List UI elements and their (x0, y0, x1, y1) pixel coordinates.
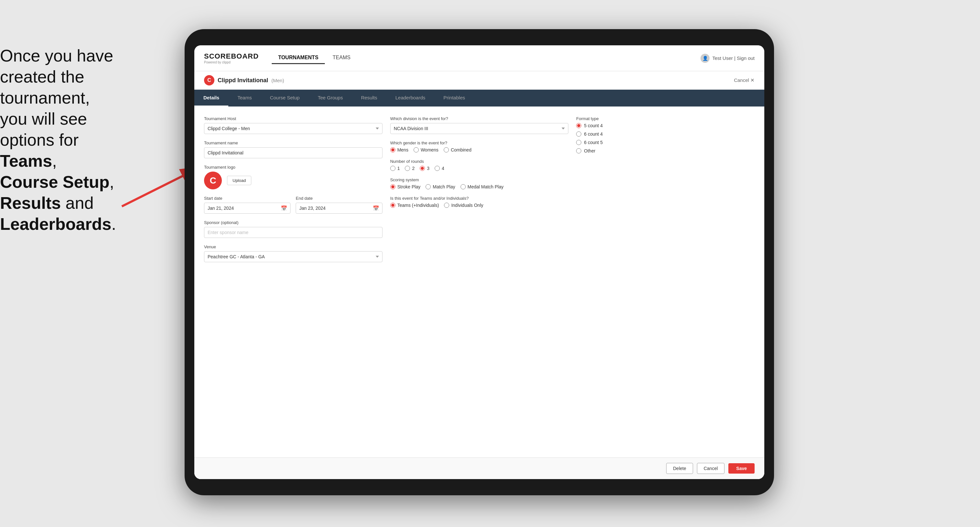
rounds-3-radio[interactable] (420, 166, 425, 171)
scoring-medal-match-label: Medal Match Play (468, 184, 504, 189)
teams-plus-individuals-radio[interactable] (390, 203, 395, 208)
tournament-logo-label: Tournament logo (204, 165, 382, 170)
tournament-logo-group: Tournament logo C Upload (204, 165, 382, 189)
tournament-name-group: Tournament name (204, 140, 382, 158)
tournament-name-input[interactable] (204, 147, 382, 158)
scoring-match-radio[interactable] (426, 184, 431, 189)
scoring-match-label: Match Play (433, 184, 455, 189)
format-6count4-radio[interactable] (576, 132, 581, 137)
rounds-4[interactable]: 4 (434, 166, 444, 171)
logo-subtitle: Powered by clippd (204, 60, 259, 64)
teams-plus-individuals[interactable]: Teams (+Individuals) (390, 203, 439, 208)
cancel-top-button[interactable]: Cancel ✕ (734, 77, 755, 83)
individuals-only[interactable]: Individuals Only (444, 203, 483, 208)
breadcrumb-content: C Clippd Invitational (Men) (204, 75, 284, 86)
form-content: Tournament Host Clippd College - Men Tou… (194, 106, 764, 457)
tab-printables[interactable]: Printables (434, 90, 474, 106)
form-column-1: Tournament Host Clippd College - Men Tou… (204, 116, 382, 448)
nav-tab-teams[interactable]: TEAMS (326, 52, 357, 64)
save-button[interactable]: Save (729, 463, 755, 474)
format-6count5[interactable]: 6 count 5 (576, 140, 755, 145)
teams-radio-group: Teams (+Individuals) Individuals Only (390, 203, 569, 208)
gender-mens[interactable]: Mens (390, 147, 408, 152)
end-date-wrap: 📅 (296, 203, 382, 214)
rounds-4-radio[interactable] (434, 166, 440, 171)
format-6count4-label: 6 count 4 (584, 132, 603, 137)
tab-leaderboards[interactable]: Leaderboards (387, 90, 434, 106)
tablet-device: SCOREBOARD Powered by clippd TOURNAMENTS… (185, 29, 774, 495)
format-6count4[interactable]: 6 count 4 (576, 132, 755, 137)
scoring-stroke-label: Stroke Play (398, 184, 421, 189)
gender-combined-radio[interactable] (444, 147, 449, 152)
end-date-label: End date (296, 196, 382, 201)
tournament-host-select[interactable]: Clippd College - Men (204, 123, 382, 134)
breadcrumb-title: Clippd Invitational (218, 77, 268, 84)
individuals-only-label: Individuals Only (451, 203, 483, 208)
scoring-stroke[interactable]: Stroke Play (390, 184, 421, 189)
end-date-group: End date 📅 (296, 196, 382, 214)
tab-course-setup[interactable]: Course Setup (261, 90, 309, 106)
gender-mens-radio[interactable] (390, 147, 395, 152)
rounds-1-radio[interactable] (390, 166, 395, 171)
division-group: Which division is the event for? NCAA Di… (390, 116, 569, 134)
scoring-medal-match-radio[interactable] (461, 184, 466, 189)
form-footer: Delete Cancel Save (194, 457, 764, 479)
rounds-1[interactable]: 1 (390, 166, 400, 171)
division-select[interactable]: NCAA Division III (390, 123, 569, 134)
nav-tab-tournaments[interactable]: TOURNAMENTS (272, 52, 325, 64)
format-other-radio[interactable] (576, 148, 581, 154)
user-icon: 👤 (700, 54, 710, 63)
start-date-label: Start date (204, 196, 291, 201)
teams-label: Is this event for Teams and/or Individua… (390, 196, 569, 201)
calendar-icon-end: 📅 (373, 205, 379, 211)
end-date-input[interactable] (296, 203, 382, 214)
format-5count4-label: 5 count 4 (584, 123, 603, 128)
individuals-only-radio[interactable] (444, 203, 449, 208)
user-label[interactable]: Test User | Sign out (712, 56, 755, 61)
scoring-match[interactable]: Match Play (426, 184, 455, 189)
venue-label: Venue (204, 244, 382, 249)
upload-button[interactable]: Upload (227, 176, 251, 185)
format-5count4-radio[interactable] (576, 123, 581, 128)
tablet-screen: SCOREBOARD Powered by clippd TOURNAMENTS… (194, 45, 764, 479)
start-date-wrap: 📅 (204, 203, 291, 214)
gender-womens-radio[interactable] (414, 147, 419, 152)
rounds-3[interactable]: 3 (420, 166, 430, 171)
section-tabs: Details Teams Course Setup Tee Groups Re… (194, 90, 764, 106)
start-date-input[interactable] (204, 203, 291, 214)
sponsor-input[interactable] (204, 227, 382, 238)
venue-select[interactable]: Peachtree GC - Atlanta - GA (204, 251, 382, 262)
rounds-2[interactable]: 2 (405, 166, 415, 171)
rounds-radio-group: 1 2 3 4 (390, 166, 569, 171)
format-6count5-radio[interactable] (576, 140, 581, 145)
gender-combined[interactable]: Combined (444, 147, 471, 152)
tournament-host-label: Tournament Host (204, 116, 382, 121)
gender-label: Which gender is the event for? (390, 140, 569, 145)
venue-group: Venue Peachtree GC - Atlanta - GA (204, 244, 382, 262)
scoring-medal-match[interactable]: Medal Match Play (461, 184, 504, 189)
scoring-stroke-radio[interactable] (390, 184, 395, 189)
logo-area: SCOREBOARD Powered by clippd (204, 52, 259, 64)
teams-group: Is this event for Teams and/or Individua… (390, 196, 569, 208)
format-other[interactable]: Other (576, 148, 755, 154)
tab-teams[interactable]: Teams (228, 90, 261, 106)
gender-radio-group: Mens Womens Combined (390, 147, 569, 152)
breadcrumb-subtitle: (Men) (271, 78, 284, 83)
instruction-text: Once you have created the tournament, yo… (0, 45, 159, 235)
logo-upload-area: C Upload (204, 171, 382, 189)
logo-title: SCOREBOARD (204, 52, 259, 60)
rounds-2-label: 2 (412, 166, 415, 171)
tab-tee-groups[interactable]: Tee Groups (309, 90, 352, 106)
format-5count4[interactable]: 5 count 4 (576, 123, 755, 128)
cancel-button[interactable]: Cancel (697, 463, 725, 474)
rounds-label: Number of rounds (390, 159, 569, 164)
rounds-3-label: 3 (427, 166, 430, 171)
sponsor-group: Sponsor (optional) (204, 220, 382, 238)
gender-womens-label: Womens (421, 147, 439, 152)
gender-womens[interactable]: Womens (414, 147, 439, 152)
tab-results[interactable]: Results (352, 90, 387, 106)
rounds-2-radio[interactable] (405, 166, 410, 171)
delete-button[interactable]: Delete (666, 463, 693, 474)
logo-preview: C (204, 171, 222, 189)
tab-details[interactable]: Details (194, 90, 228, 106)
